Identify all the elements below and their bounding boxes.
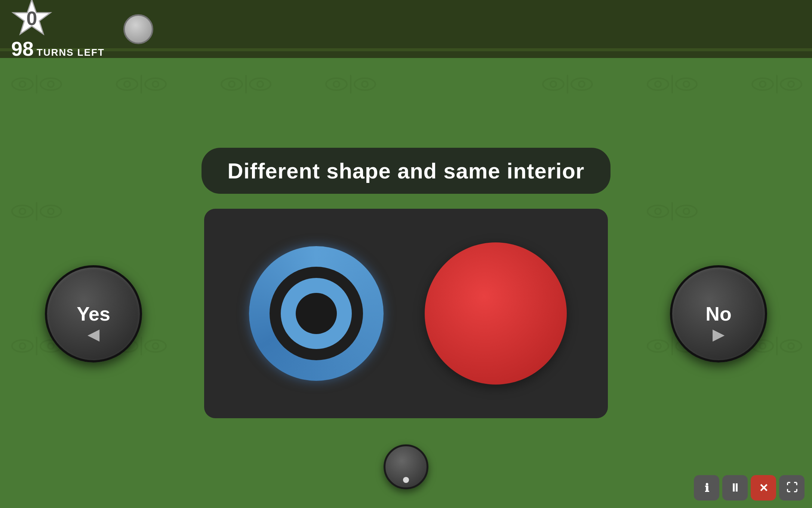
star-score-value: 0	[27, 7, 37, 30]
bottom-toolbar: ℹ ⏸ ✕ ⛶	[694, 475, 805, 501]
turns-left-display: 98 TURNS LEFT	[11, 37, 105, 60]
star-shape: 0	[11, 0, 52, 39]
turns-number: 98	[11, 37, 34, 60]
question-label: Different shape and same interior	[202, 148, 611, 194]
top-bar: 0 98 TURNS LEFT	[0, 0, 812, 58]
info-button[interactable]: ℹ	[694, 475, 719, 501]
bottom-knob[interactable]	[384, 444, 428, 489]
close-icon: ✕	[759, 481, 768, 495]
knob-indicator	[403, 477, 409, 483]
circle-inner-ring	[281, 278, 352, 349]
progress-circle	[123, 14, 153, 44]
concentric-circles	[245, 242, 387, 385]
expand-button[interactable]: ⛶	[779, 475, 805, 501]
info-icon: ℹ	[705, 481, 709, 495]
red-circle	[425, 242, 567, 385]
main-content: Different shape and same interior	[0, 58, 812, 508]
circle-outer-ring	[249, 246, 384, 381]
shapes-card	[204, 209, 608, 418]
pause-icon: ⏸	[729, 481, 741, 494]
close-button[interactable]: ✕	[751, 475, 776, 501]
circle-core	[296, 293, 337, 334]
pause-button[interactable]: ⏸	[722, 475, 748, 501]
star-score: 0 98 TURNS LEFT	[11, 0, 105, 60]
top-bar-stripe	[0, 48, 812, 51]
turns-label: TURNS LEFT	[37, 47, 105, 58]
expand-icon: ⛶	[786, 481, 797, 494]
circle-mid-ring	[270, 267, 363, 360]
